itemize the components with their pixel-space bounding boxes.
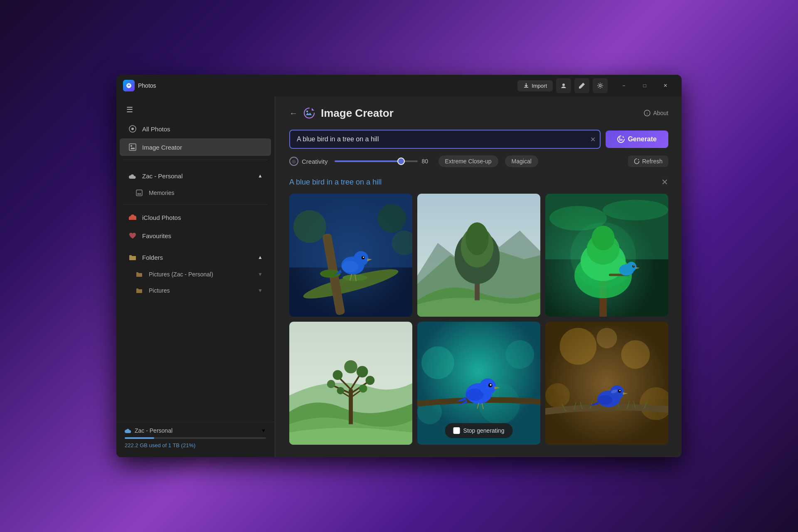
creativity-icon: ◎ xyxy=(289,157,298,166)
minimize-button[interactable]: − xyxy=(614,79,633,92)
generated-image-4 xyxy=(289,322,412,445)
svg-point-55 xyxy=(357,366,368,378)
image-card-4[interactable] xyxy=(289,322,412,445)
sidebar-item-favourites[interactable]: Favourites xyxy=(120,227,271,244)
svg-point-29 xyxy=(377,204,406,233)
svg-point-1 xyxy=(599,85,601,87)
sidebar-divider-2 xyxy=(123,204,268,205)
sidebar-item-image-creator[interactable]: Image Creator xyxy=(120,138,271,156)
sidebar-group-zac-personal[interactable]: Zac - Personal ▲ xyxy=(120,167,271,185)
image-creator-title-icon xyxy=(303,106,316,120)
generated-image-3 xyxy=(545,194,668,317)
svg-point-0 xyxy=(562,84,565,86)
svg-point-62 xyxy=(421,346,454,379)
magical-tag[interactable]: Magical xyxy=(505,155,538,167)
menu-toggle-button[interactable]: ☰ xyxy=(121,101,138,118)
svg-point-70 xyxy=(490,384,492,386)
about-button[interactable]: i About xyxy=(644,110,668,116)
svg-point-56 xyxy=(327,380,335,388)
stop-generating-button[interactable]: Stop generating xyxy=(445,423,513,438)
sidebar-section-folders: Folders ▲ Pictures (Zac - Personal) ▼ xyxy=(116,248,274,299)
sidebar-item-pictures-zac[interactable]: Pictures (Zac - Personal) ▼ xyxy=(120,266,271,282)
prompt-row: ✕ Generate xyxy=(276,126,682,152)
chevron-down-icon-1: ▼ xyxy=(258,271,263,277)
sidebar-item-pictures[interactable]: Pictures ▼ xyxy=(120,283,271,298)
titlebar: Photos Import xyxy=(116,75,682,96)
image-card-2[interactable] xyxy=(417,194,540,317)
sidebar-item-all-photos[interactable]: All Photos xyxy=(120,120,271,138)
svg-text:i: i xyxy=(647,111,648,116)
svg-rect-53 xyxy=(349,389,353,424)
creativity-slider[interactable] xyxy=(335,160,418,162)
svg-point-3 xyxy=(131,128,134,130)
titlebar-actions: Import xyxy=(517,78,608,93)
profile-button[interactable] xyxy=(556,78,571,93)
favourites-label: Favourites xyxy=(142,232,171,239)
prompt-input-wrapper: ✕ xyxy=(289,130,601,149)
svg-point-57 xyxy=(366,376,375,385)
svg-point-74 xyxy=(560,328,597,365)
main-content: ← Image Creator i xyxy=(276,96,682,457)
sidebar-item-memories[interactable]: Memories xyxy=(120,185,271,201)
chevron-up-icon-2: ▲ xyxy=(258,254,263,260)
all-photos-label: All Photos xyxy=(142,126,170,133)
generated-image-1 xyxy=(289,194,412,317)
results-title: A blue bird in a tree on a hill xyxy=(289,178,382,187)
svg-point-28 xyxy=(293,210,326,243)
main-header: ← Image Creator i xyxy=(276,96,682,126)
generate-button[interactable]: Generate xyxy=(606,131,668,148)
svg-point-60 xyxy=(359,384,367,393)
extreme-close-up-tag[interactable]: Extreme Close-up xyxy=(438,155,498,167)
image-card-3[interactable] xyxy=(545,194,668,317)
stop-label: Stop generating xyxy=(463,427,505,434)
all-photos-icon xyxy=(128,124,137,133)
image-card-1[interactable] xyxy=(289,194,412,317)
heart-icon xyxy=(128,231,137,240)
svg-point-25 xyxy=(342,261,358,273)
svg-point-80 xyxy=(597,395,612,405)
svg-rect-10 xyxy=(129,217,136,220)
svg-point-11 xyxy=(306,111,308,112)
svg-rect-5 xyxy=(129,144,136,150)
settings-icon xyxy=(597,82,603,89)
icloud-label: iCloud Photos xyxy=(142,214,181,221)
image-creator-icon xyxy=(128,143,137,152)
cloud-icon xyxy=(128,171,137,180)
close-results-button[interactable]: ✕ xyxy=(661,177,668,187)
subfolder-icon-2 xyxy=(135,286,144,295)
prompt-input[interactable] xyxy=(289,130,601,149)
close-button[interactable]: ✕ xyxy=(656,79,675,92)
import-button[interactable]: Import xyxy=(517,80,553,91)
svg-rect-36 xyxy=(417,194,540,317)
storage-bar-background xyxy=(125,437,266,439)
prompt-clear-button[interactable]: ✕ xyxy=(590,135,596,143)
image-creator-label: Image Creator xyxy=(142,144,182,151)
sidebar-group-folders[interactable]: Folders ▲ xyxy=(120,249,271,266)
window-controls: − □ ✕ xyxy=(614,79,675,92)
pen-button[interactable] xyxy=(574,78,589,93)
chevron-down-icon-2: ▼ xyxy=(258,288,263,293)
svg-point-4 xyxy=(131,145,132,147)
svg-point-76 xyxy=(545,383,570,408)
maximize-button[interactable]: □ xyxy=(635,79,654,92)
svg-point-78 xyxy=(596,328,617,348)
refresh-button[interactable]: Refresh xyxy=(628,155,668,167)
svg-rect-6 xyxy=(136,190,142,196)
svg-point-63 xyxy=(505,340,534,369)
memories-icon xyxy=(135,188,144,197)
image-grid: Stop generating xyxy=(289,194,668,445)
settings-button[interactable] xyxy=(593,78,608,93)
results-area: A blue bird in a tree on a hill ✕ xyxy=(276,174,682,457)
app-title: Photos xyxy=(138,82,156,89)
svg-point-14 xyxy=(619,138,620,139)
refresh-icon xyxy=(634,158,640,164)
chevron-up-icon: ▲ xyxy=(258,173,263,179)
back-button[interactable]: ← xyxy=(289,108,298,118)
sidebar-footer: Zac - Personal ▼ 222.2 GB used of 1 TB (… xyxy=(116,422,274,454)
image-card-6[interactable] xyxy=(545,322,668,445)
results-header: A blue bird in a tree on a hill ✕ xyxy=(289,177,668,187)
sidebar-item-icloud[interactable]: iCloud Photos xyxy=(120,209,271,226)
sidebar-divider-1 xyxy=(123,160,268,160)
generate-icon xyxy=(617,135,625,143)
image-card-5[interactable]: Stop generating xyxy=(417,322,540,445)
